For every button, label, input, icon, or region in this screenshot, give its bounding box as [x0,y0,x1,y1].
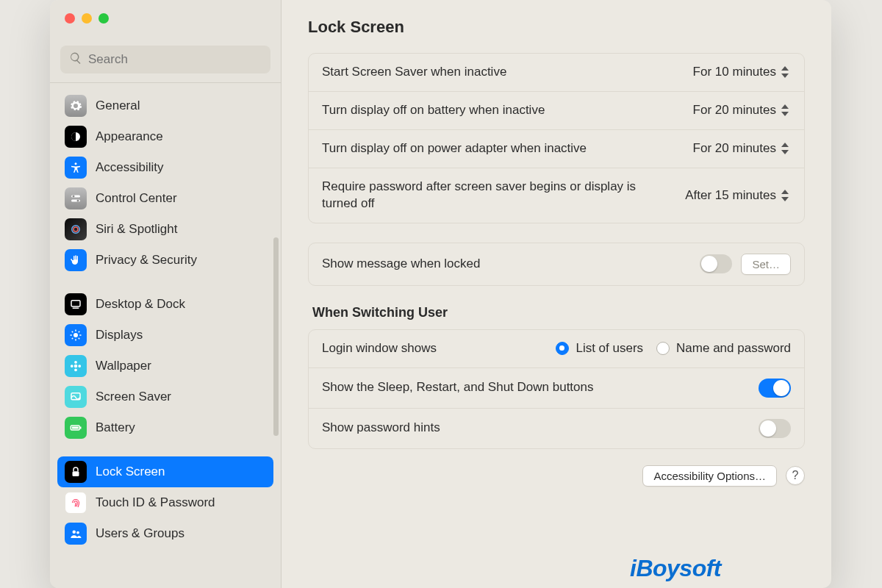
sidebar-item-label: Lock Screen [96,465,165,479]
hand-icon [65,249,87,271]
svg-point-1 [75,162,77,165]
settings-group-switching: Login window shows List of users Name an… [308,329,805,449]
help-button[interactable]: ? [786,466,805,485]
row-require-password: Require password after screen saver begi… [309,168,804,223]
svg-point-19 [74,365,78,368]
row-label: Login window shows [322,340,498,357]
sidebar-item-desktop-dock[interactable]: Desktop & Dock [57,289,273,320]
popup-value: For 20 minutes [693,141,776,156]
search-icon [69,51,82,68]
sidebar-item-label: Wallpaper [96,359,151,373]
sleep-buttons-toggle[interactable] [759,379,791,398]
sidebar-item-label: Desktop & Dock [96,297,185,312]
sidebar-item-label: Privacy & Security [96,253,197,268]
sidebar-item-label: Screen Saver [96,390,171,404]
sidebar-item-appearance[interactable]: Appearance [57,121,273,152]
sidebar-item-displays[interactable]: Displays [57,320,273,351]
sidebar-scrollbar[interactable] [273,237,279,436]
svg-line-17 [72,338,74,340]
radio-name-password[interactable]: Name and password [656,341,791,356]
radio-dot-icon [556,342,569,355]
svg-point-4 [73,196,75,198]
users-icon [65,523,87,545]
show-message-toggle[interactable] [700,254,732,273]
sidebar-item-touchid[interactable]: Touch ID & Password [57,487,273,518]
page-title: Lock Screen [308,18,805,37]
gear-icon [65,95,87,117]
appearance-icon [65,126,87,148]
row-label: Turn display off on power adapter when i… [322,140,678,157]
siri-icon [65,218,87,240]
svg-rect-26 [72,427,79,429]
popup-value: For 10 minutes [693,65,776,79]
sidebar-item-siri[interactable]: Siri & Spotlight [57,214,273,245]
search-input[interactable] [88,52,262,67]
svg-rect-9 [73,308,79,309]
minimize-window-button[interactable] [82,13,92,24]
sidebar-item-label: Battery [96,420,135,435]
svg-point-30 [76,531,79,534]
radio-dot-icon [656,342,670,355]
sidebar-item-label: Control Center [96,191,177,206]
fingerprint-icon [65,492,87,514]
lock-icon [65,461,87,483]
sidebar-item-accessibility[interactable]: Accessibility [57,152,273,183]
svg-point-20 [74,361,77,364]
control-center-icon [65,187,87,209]
accessibility-icon [65,157,87,179]
radio-list-of-users[interactable]: List of users [556,341,643,356]
screensaver-popup[interactable]: For 10 minutes [693,65,791,79]
svg-point-10 [74,333,78,337]
popup-value: After 15 minutes [685,188,776,203]
display-power-popup[interactable]: For 20 minutes [693,141,791,156]
svg-rect-27 [80,427,82,429]
svg-line-16 [79,338,80,340]
sidebar-item-battery[interactable]: Battery [57,412,273,443]
svg-rect-28 [73,471,79,476]
svg-point-21 [74,368,77,371]
svg-rect-8 [71,301,80,306]
svg-point-23 [78,365,81,368]
sidebar-item-privacy[interactable]: Privacy & Security [57,245,273,276]
fullscreen-window-button[interactable] [98,13,109,24]
row-label: Show password hints [322,420,744,437]
sidebar-list: General Appearance Accessibility Control… [50,83,281,588]
row-label: Require password after screen saver begi… [322,179,670,212]
sidebar-item-label: Touch ID & Password [96,495,215,510]
svg-line-15 [72,331,74,333]
sidebar-item-screensaver[interactable]: Screen Saver [57,381,273,412]
password-hints-toggle[interactable] [759,419,791,438]
sidebar-item-control-center[interactable]: Control Center [57,183,273,214]
dock-icon [65,293,87,315]
sidebar-item-wallpaper[interactable]: Wallpaper [57,351,273,381]
chevron-up-down-icon [781,65,791,79]
radio-label: Name and password [676,341,791,356]
require-password-popup[interactable]: After 15 minutes [685,188,791,203]
sidebar-item-lock-screen[interactable]: Lock Screen [57,456,273,487]
row-display-power: Turn display off on power adapter when i… [309,130,804,168]
sidebar-item-general[interactable]: General [57,90,273,121]
radio-label: List of users [576,341,643,356]
flower-icon [65,355,87,377]
chevron-up-down-icon [781,104,791,117]
row-password-hints: Show password hints [309,409,804,448]
section-title-switching-user: When Switching User [312,305,805,320]
sidebar-item-label: Siri & Spotlight [96,222,178,237]
settings-group-message: Show message when locked Set… [308,243,805,286]
row-show-message: Show message when locked Set… [309,243,804,285]
accessibility-options-button[interactable]: Accessibility Options… [642,465,777,487]
sidebar-item-label: Accessibility [96,160,164,175]
window-controls [50,0,281,40]
settings-group-inactivity: Start Screen Saver when inactive For 10 … [308,53,805,223]
row-screensaver: Start Screen Saver when inactive For 10 … [309,54,804,92]
row-label: Start Screen Saver when inactive [322,64,678,81]
brightness-icon [65,324,87,346]
set-message-button[interactable]: Set… [741,254,791,275]
search-field-container[interactable] [60,46,270,74]
row-label: Show message when locked [322,256,685,273]
battery-icon [65,417,87,439]
close-window-button[interactable] [65,13,75,24]
sidebar-item-users-groups[interactable]: Users & Groups [57,518,273,549]
display-battery-popup[interactable]: For 20 minutes [693,103,791,118]
footer-actions: Accessibility Options… ? [308,465,805,487]
